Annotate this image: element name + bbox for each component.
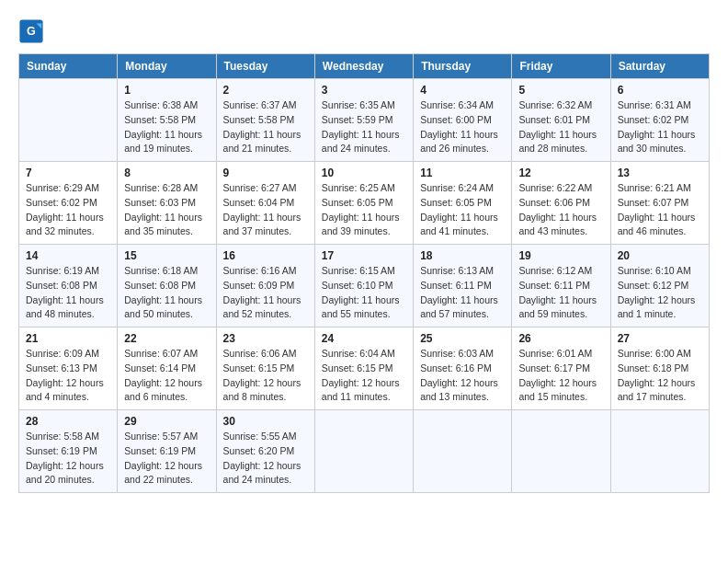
calendar-cell: 20Sunrise: 6:10 AMSunset: 6:12 PMDayligh… (610, 245, 709, 327)
calendar-cell: 2Sunrise: 6:37 AMSunset: 5:58 PMDaylight… (216, 79, 314, 162)
day-number: 13 (618, 167, 702, 179)
day-info: Sunrise: 6:10 AMSunset: 6:12 PMDaylight:… (618, 264, 702, 322)
logo: G (18, 18, 48, 44)
calendar-cell: 15Sunrise: 6:18 AMSunset: 6:08 PMDayligh… (118, 245, 216, 327)
day-info: Sunrise: 6:13 AMSunset: 6:11 PMDaylight:… (420, 264, 505, 322)
calendar-cell: 3Sunrise: 6:35 AMSunset: 5:59 PMDaylight… (314, 79, 413, 162)
day-info: Sunrise: 6:32 AMSunset: 6:01 PMDaylight:… (518, 98, 603, 156)
calendar-week-row: 28Sunrise: 5:58 AMSunset: 6:19 PMDayligh… (19, 410, 710, 493)
day-number: 19 (518, 249, 603, 262)
day-info: Sunrise: 6:25 AMSunset: 6:05 PMDaylight:… (322, 181, 406, 239)
day-info: Sunrise: 6:04 AMSunset: 6:15 PMDaylight:… (322, 347, 406, 405)
day-number: 16 (223, 249, 308, 262)
calendar-cell (19, 79, 118, 162)
day-header-saturday: Saturday (610, 54, 709, 79)
calendar-week-row: 1Sunrise: 6:38 AMSunset: 5:58 PMDaylight… (19, 79, 710, 162)
calendar-body: 1Sunrise: 6:38 AMSunset: 5:58 PMDaylight… (19, 79, 710, 493)
day-info: Sunrise: 6:19 AMSunset: 6:08 PMDaylight:… (26, 264, 110, 322)
day-info: Sunrise: 6:18 AMSunset: 6:08 PMDaylight:… (124, 264, 209, 322)
day-info: Sunrise: 6:31 AMSunset: 6:02 PMDaylight:… (618, 98, 702, 156)
day-info: Sunrise: 6:16 AMSunset: 6:09 PMDaylight:… (223, 264, 308, 322)
day-info: Sunrise: 6:24 AMSunset: 6:05 PMDaylight:… (420, 181, 505, 239)
calendar-week-row: 21Sunrise: 6:09 AMSunset: 6:13 PMDayligh… (19, 327, 710, 410)
day-number: 5 (518, 84, 603, 97)
day-number: 22 (124, 332, 209, 345)
calendar-cell: 21Sunrise: 6:09 AMSunset: 6:13 PMDayligh… (19, 327, 118, 410)
calendar-cell: 27Sunrise: 6:00 AMSunset: 6:18 PMDayligh… (610, 327, 709, 410)
calendar-cell: 8Sunrise: 6:28 AMSunset: 6:03 PMDaylight… (118, 162, 216, 245)
day-number: 20 (618, 249, 702, 262)
header: G (18, 18, 710, 44)
calendar-cell: 30Sunrise: 5:55 AMSunset: 6:20 PMDayligh… (216, 410, 314, 493)
day-number: 14 (26, 249, 110, 262)
calendar-cell: 19Sunrise: 6:12 AMSunset: 6:11 PMDayligh… (512, 245, 610, 327)
day-header-thursday: Thursday (414, 54, 512, 79)
calendar-cell: 14Sunrise: 6:19 AMSunset: 6:08 PMDayligh… (19, 245, 118, 327)
day-info: Sunrise: 6:01 AMSunset: 6:17 PMDaylight:… (518, 347, 603, 405)
day-info: Sunrise: 6:22 AMSunset: 6:06 PMDaylight:… (518, 181, 603, 239)
calendar-cell: 13Sunrise: 6:21 AMSunset: 6:07 PMDayligh… (610, 162, 709, 245)
day-info: Sunrise: 6:38 AMSunset: 5:58 PMDaylight:… (124, 98, 209, 156)
day-info: Sunrise: 6:09 AMSunset: 6:13 PMDaylight:… (26, 347, 110, 405)
calendar-cell: 26Sunrise: 6:01 AMSunset: 6:17 PMDayligh… (512, 327, 610, 410)
calendar-table: SundayMondayTuesdayWednesdayThursdayFrid… (18, 53, 710, 493)
calendar-cell (414, 410, 512, 493)
day-info: Sunrise: 6:21 AMSunset: 6:07 PMDaylight:… (618, 181, 702, 239)
day-number: 23 (223, 332, 308, 345)
day-number: 17 (322, 249, 406, 262)
day-number: 30 (223, 415, 308, 428)
day-number: 6 (618, 84, 702, 97)
calendar-week-row: 7Sunrise: 6:29 AMSunset: 6:02 PMDaylight… (19, 162, 710, 245)
calendar-cell: 28Sunrise: 5:58 AMSunset: 6:19 PMDayligh… (19, 410, 118, 493)
calendar-cell: 7Sunrise: 6:29 AMSunset: 6:02 PMDaylight… (19, 162, 118, 245)
calendar-cell: 12Sunrise: 6:22 AMSunset: 6:06 PMDayligh… (512, 162, 610, 245)
calendar-cell: 29Sunrise: 5:57 AMSunset: 6:19 PMDayligh… (118, 410, 216, 493)
day-info: Sunrise: 6:12 AMSunset: 6:11 PMDaylight:… (518, 264, 603, 322)
calendar-cell: 23Sunrise: 6:06 AMSunset: 6:15 PMDayligh… (216, 327, 314, 410)
day-info: Sunrise: 6:15 AMSunset: 6:10 PMDaylight:… (322, 264, 406, 322)
day-number: 10 (322, 167, 406, 179)
day-number: 15 (124, 249, 209, 262)
day-number: 25 (420, 332, 505, 345)
calendar-cell: 24Sunrise: 6:04 AMSunset: 6:15 PMDayligh… (314, 327, 413, 410)
day-number: 7 (26, 167, 110, 179)
calendar-cell: 18Sunrise: 6:13 AMSunset: 6:11 PMDayligh… (414, 245, 512, 327)
day-number: 9 (223, 167, 308, 179)
calendar-header-row: SundayMondayTuesdayWednesdayThursdayFrid… (19, 54, 710, 79)
calendar-cell: 22Sunrise: 6:07 AMSunset: 6:14 PMDayligh… (118, 327, 216, 410)
day-info: Sunrise: 6:07 AMSunset: 6:14 PMDaylight:… (124, 347, 209, 405)
calendar-cell: 25Sunrise: 6:03 AMSunset: 6:16 PMDayligh… (414, 327, 512, 410)
calendar-cell: 9Sunrise: 6:27 AMSunset: 6:04 PMDaylight… (216, 162, 314, 245)
day-number: 27 (618, 332, 702, 345)
day-info: Sunrise: 6:28 AMSunset: 6:03 PMDaylight:… (124, 181, 209, 239)
day-info: Sunrise: 5:55 AMSunset: 6:20 PMDaylight:… (223, 430, 308, 488)
day-header-monday: Monday (118, 54, 216, 79)
day-number: 28 (26, 415, 110, 428)
calendar-cell: 17Sunrise: 6:15 AMSunset: 6:10 PMDayligh… (314, 245, 413, 327)
day-header-wednesday: Wednesday (314, 54, 413, 79)
day-info: Sunrise: 6:29 AMSunset: 6:02 PMDaylight:… (26, 181, 110, 239)
day-number: 29 (124, 415, 209, 428)
calendar-cell: 16Sunrise: 6:16 AMSunset: 6:09 PMDayligh… (216, 245, 314, 327)
calendar-cell: 6Sunrise: 6:31 AMSunset: 6:02 PMDaylight… (610, 79, 709, 162)
day-number: 18 (420, 249, 505, 262)
day-info: Sunrise: 6:34 AMSunset: 6:00 PMDaylight:… (420, 98, 505, 156)
calendar-cell (314, 410, 413, 493)
day-number: 21 (26, 332, 110, 345)
day-header-tuesday: Tuesday (216, 54, 314, 79)
calendar-cell: 10Sunrise: 6:25 AMSunset: 6:05 PMDayligh… (314, 162, 413, 245)
calendar-cell: 11Sunrise: 6:24 AMSunset: 6:05 PMDayligh… (414, 162, 512, 245)
day-number: 1 (124, 84, 209, 97)
day-header-friday: Friday (512, 54, 610, 79)
day-info: Sunrise: 6:00 AMSunset: 6:18 PMDaylight:… (618, 347, 702, 405)
day-number: 4 (420, 84, 505, 97)
day-info: Sunrise: 6:06 AMSunset: 6:15 PMDaylight:… (223, 347, 308, 405)
day-number: 2 (223, 84, 308, 97)
day-info: Sunrise: 6:35 AMSunset: 5:59 PMDaylight:… (322, 98, 406, 156)
day-number: 26 (518, 332, 603, 345)
day-info: Sunrise: 6:03 AMSunset: 6:16 PMDaylight:… (420, 347, 505, 405)
calendar-cell: 1Sunrise: 6:38 AMSunset: 5:58 PMDaylight… (118, 79, 216, 162)
day-info: Sunrise: 6:37 AMSunset: 5:58 PMDaylight:… (223, 98, 308, 156)
day-header-sunday: Sunday (19, 54, 118, 79)
day-info: Sunrise: 5:58 AMSunset: 6:19 PMDaylight:… (26, 430, 110, 488)
